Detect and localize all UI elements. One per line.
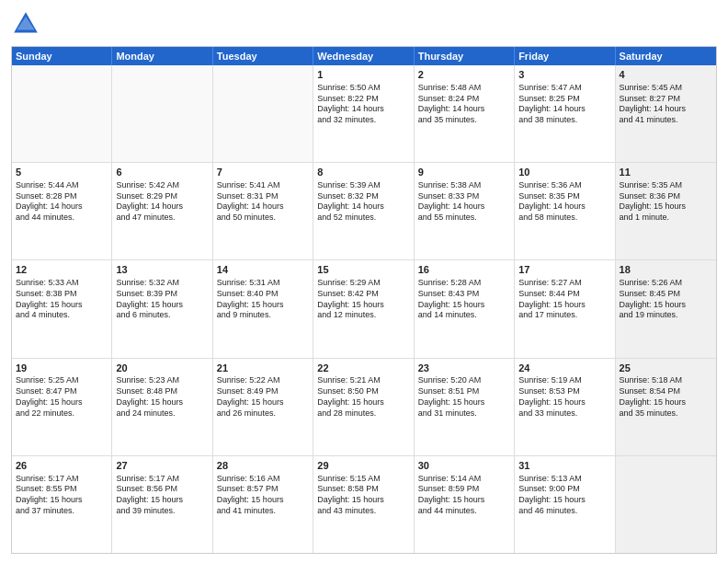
cell-line-0: Sunrise: 5:13 AM <box>518 474 610 485</box>
day-number: 13 <box>116 263 208 277</box>
cell-line-3: and 35 minutes. <box>418 115 510 126</box>
weekday-header-thursday: Thursday <box>415 47 515 65</box>
cell-line-2: Daylight: 14 hours <box>418 201 510 213</box>
calendar-row-2: 5Sunrise: 5:44 AMSunset: 8:28 PMDaylight… <box>12 163 716 260</box>
cell-line-0: Sunrise: 5:45 AM <box>620 83 712 94</box>
cell-line-3: and 33 minutes. <box>518 408 610 419</box>
cell-line-2: Daylight: 15 hours <box>217 495 309 506</box>
calendar-cell-day-10: 10Sunrise: 5:36 AMSunset: 8:35 PMDayligh… <box>515 163 615 259</box>
cell-line-2: Daylight: 15 hours <box>620 300 712 311</box>
cell-line-2: Daylight: 15 hours <box>620 201 712 213</box>
weekday-header-monday: Monday <box>112 47 212 65</box>
cell-line-3: and 26 minutes. <box>217 408 309 419</box>
cell-line-1: Sunset: 8:31 PM <box>217 191 309 202</box>
cell-line-2: Daylight: 14 hours <box>418 104 510 115</box>
cell-line-0: Sunrise: 5:29 AM <box>317 278 409 289</box>
cell-line-1: Sunset: 8:25 PM <box>518 94 610 105</box>
weekday-header-saturday: Saturday <box>616 47 716 65</box>
cell-line-1: Sunset: 8:51 PM <box>418 386 510 397</box>
cell-line-0: Sunrise: 5:41 AM <box>217 180 309 191</box>
cell-line-0: Sunrise: 5:16 AM <box>217 474 309 485</box>
day-number: 25 <box>620 362 712 375</box>
calendar-cell-empty <box>616 456 716 553</box>
cell-line-2: Daylight: 14 hours <box>620 104 712 115</box>
weekday-header-wednesday: Wednesday <box>313 47 414 65</box>
calendar-cell-day-18: 18Sunrise: 5:26 AMSunset: 8:45 PMDayligh… <box>616 260 716 357</box>
cell-line-3: and 19 minutes. <box>620 310 712 321</box>
calendar-cell-day-23: 23Sunrise: 5:20 AMSunset: 8:51 PMDayligh… <box>415 359 515 455</box>
cell-line-1: Sunset: 8:56 PM <box>116 484 208 495</box>
cell-line-0: Sunrise: 5:14 AM <box>418 474 510 485</box>
day-number: 18 <box>620 263 712 277</box>
calendar-cell-day-19: 19Sunrise: 5:25 AMSunset: 8:47 PMDayligh… <box>12 359 112 455</box>
cell-line-2: Daylight: 15 hours <box>518 495 610 506</box>
calendar-cell-day-5: 5Sunrise: 5:44 AMSunset: 8:28 PMDaylight… <box>12 163 112 259</box>
calendar-row-3: 12Sunrise: 5:33 AMSunset: 8:38 PMDayligh… <box>12 260 716 358</box>
cell-line-3: and 41 minutes. <box>217 506 309 517</box>
cell-line-0: Sunrise: 5:31 AM <box>217 278 309 289</box>
cell-line-0: Sunrise: 5:32 AM <box>116 278 208 289</box>
cell-line-3: and 41 minutes. <box>620 115 712 126</box>
cell-line-3: and 46 minutes. <box>518 506 610 517</box>
cell-line-3: and 38 minutes. <box>518 115 610 126</box>
calendar-cell-day-13: 13Sunrise: 5:32 AMSunset: 8:39 PMDayligh… <box>112 260 212 357</box>
cell-line-0: Sunrise: 5:22 AM <box>217 375 309 386</box>
cell-line-2: Daylight: 15 hours <box>16 397 108 408</box>
day-number: 22 <box>317 362 409 375</box>
day-number: 16 <box>418 263 510 277</box>
cell-line-3: and 43 minutes. <box>317 506 409 517</box>
calendar-cell-day-17: 17Sunrise: 5:27 AMSunset: 8:44 PMDayligh… <box>515 260 615 357</box>
calendar-cell-day-8: 8Sunrise: 5:39 AMSunset: 8:32 PMDaylight… <box>313 163 414 259</box>
cell-line-3: and 6 minutes. <box>116 310 208 321</box>
cell-line-1: Sunset: 8:35 PM <box>518 191 610 202</box>
page: SundayMondayTuesdayWednesdayThursdayFrid… <box>0 0 728 563</box>
calendar-cell-day-6: 6Sunrise: 5:42 AMSunset: 8:29 PMDaylight… <box>112 163 212 259</box>
cell-line-3: and 58 minutes. <box>518 213 610 224</box>
cell-line-0: Sunrise: 5:38 AM <box>418 180 510 191</box>
cell-line-2: Daylight: 15 hours <box>518 300 610 311</box>
day-number: 28 <box>217 459 309 473</box>
cell-line-0: Sunrise: 5:26 AM <box>620 278 712 289</box>
day-number: 30 <box>418 459 510 473</box>
weekday-header-friday: Friday <box>515 47 615 65</box>
cell-line-3: and 1 minute. <box>620 213 712 224</box>
day-number: 7 <box>217 166 309 179</box>
calendar-cell-day-15: 15Sunrise: 5:29 AMSunset: 8:42 PMDayligh… <box>313 260 414 357</box>
calendar-cell-day-12: 12Sunrise: 5:33 AMSunset: 8:38 PMDayligh… <box>12 260 112 357</box>
cell-line-1: Sunset: 8:49 PM <box>217 386 309 397</box>
cell-line-1: Sunset: 8:48 PM <box>116 386 208 397</box>
cell-line-1: Sunset: 8:43 PM <box>418 289 510 300</box>
day-number: 1 <box>317 68 409 82</box>
cell-line-3: and 12 minutes. <box>317 310 409 321</box>
cell-line-0: Sunrise: 5:39 AM <box>317 180 409 191</box>
calendar-cell-day-14: 14Sunrise: 5:31 AMSunset: 8:40 PMDayligh… <box>213 260 313 357</box>
cell-line-0: Sunrise: 5:28 AM <box>418 278 510 289</box>
day-number: 17 <box>518 263 610 277</box>
cell-line-1: Sunset: 8:40 PM <box>217 289 309 300</box>
calendar-cell-day-24: 24Sunrise: 5:19 AMSunset: 8:53 PMDayligh… <box>515 359 615 455</box>
cell-line-3: and 14 minutes. <box>418 310 510 321</box>
cell-line-1: Sunset: 8:42 PM <box>317 289 409 300</box>
calendar-row-1: 1Sunrise: 5:50 AMSunset: 8:22 PMDaylight… <box>12 65 716 163</box>
day-number: 5 <box>16 166 108 179</box>
cell-line-0: Sunrise: 5:27 AM <box>518 278 610 289</box>
cell-line-1: Sunset: 8:32 PM <box>317 191 409 202</box>
cell-line-2: Daylight: 14 hours <box>317 104 409 115</box>
day-number: 21 <box>217 362 309 375</box>
cell-line-0: Sunrise: 5:18 AM <box>620 375 712 386</box>
cell-line-1: Sunset: 8:54 PM <box>620 386 712 397</box>
cell-line-2: Daylight: 15 hours <box>418 300 510 311</box>
day-number: 14 <box>217 263 309 277</box>
calendar-cell-day-25: 25Sunrise: 5:18 AMSunset: 8:54 PMDayligh… <box>616 359 716 455</box>
cell-line-2: Daylight: 14 hours <box>217 201 309 213</box>
cell-line-0: Sunrise: 5:47 AM <box>518 83 610 94</box>
cell-line-3: and 32 minutes. <box>317 115 409 126</box>
calendar-cell-day-26: 26Sunrise: 5:17 AMSunset: 8:55 PMDayligh… <box>12 456 112 553</box>
calendar-cell-day-4: 4Sunrise: 5:45 AMSunset: 8:27 PMDaylight… <box>616 65 716 162</box>
cell-line-1: Sunset: 8:29 PM <box>116 191 208 202</box>
weekday-header-sunday: Sunday <box>12 47 112 65</box>
day-number: 2 <box>418 68 510 82</box>
day-number: 6 <box>116 166 208 179</box>
cell-line-2: Daylight: 14 hours <box>317 201 409 213</box>
cell-line-0: Sunrise: 5:36 AM <box>518 180 610 191</box>
